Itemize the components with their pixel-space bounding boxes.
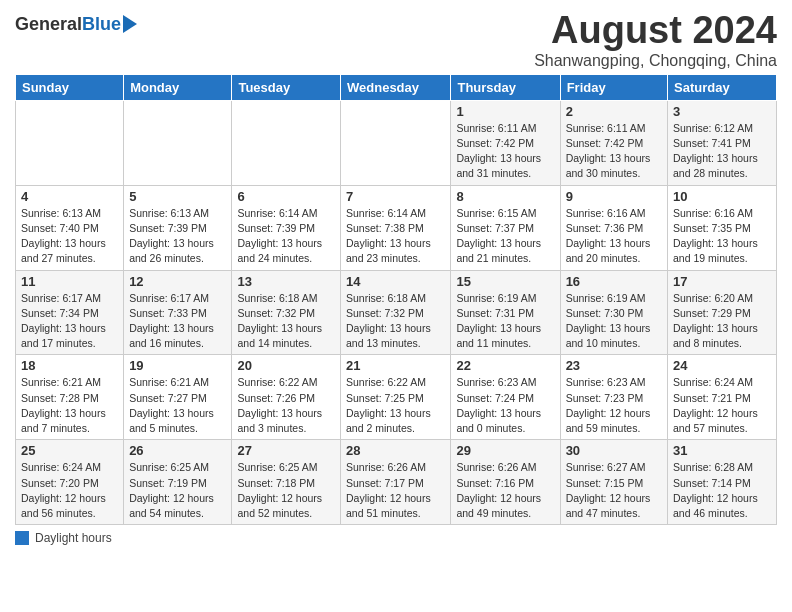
- day-info: Sunrise: 6:16 AM Sunset: 7:36 PM Dayligh…: [566, 206, 662, 267]
- day-info: Sunrise: 6:14 AM Sunset: 7:39 PM Dayligh…: [237, 206, 335, 267]
- calendar-cell: 3Sunrise: 6:12 AM Sunset: 7:41 PM Daylig…: [668, 100, 777, 185]
- header-thursday: Thursday: [451, 74, 560, 100]
- calendar-cell: 17Sunrise: 6:20 AM Sunset: 7:29 PM Dayli…: [668, 270, 777, 355]
- day-number: 10: [673, 189, 771, 204]
- logo-arrow-icon: [123, 15, 137, 33]
- day-number: 25: [21, 443, 118, 458]
- day-number: 2: [566, 104, 662, 119]
- day-info: Sunrise: 6:22 AM Sunset: 7:25 PM Dayligh…: [346, 375, 445, 436]
- day-number: 28: [346, 443, 445, 458]
- calendar-cell: 24Sunrise: 6:24 AM Sunset: 7:21 PM Dayli…: [668, 355, 777, 440]
- day-number: 30: [566, 443, 662, 458]
- day-number: 18: [21, 358, 118, 373]
- day-info: Sunrise: 6:18 AM Sunset: 7:32 PM Dayligh…: [237, 291, 335, 352]
- day-number: 6: [237, 189, 335, 204]
- calendar-cell: 30Sunrise: 6:27 AM Sunset: 7:15 PM Dayli…: [560, 440, 667, 525]
- day-number: 5: [129, 189, 226, 204]
- day-info: Sunrise: 6:20 AM Sunset: 7:29 PM Dayligh…: [673, 291, 771, 352]
- day-number: 12: [129, 274, 226, 289]
- calendar-cell: [124, 100, 232, 185]
- day-number: 4: [21, 189, 118, 204]
- calendar-cell: 22Sunrise: 6:23 AM Sunset: 7:24 PM Dayli…: [451, 355, 560, 440]
- day-info: Sunrise: 6:16 AM Sunset: 7:35 PM Dayligh…: [673, 206, 771, 267]
- day-number: 16: [566, 274, 662, 289]
- header-sunday: Sunday: [16, 74, 124, 100]
- day-info: Sunrise: 6:26 AM Sunset: 7:16 PM Dayligh…: [456, 460, 554, 521]
- week-row-3: 18Sunrise: 6:21 AM Sunset: 7:28 PM Dayli…: [16, 355, 777, 440]
- header-wednesday: Wednesday: [341, 74, 451, 100]
- day-info: Sunrise: 6:17 AM Sunset: 7:33 PM Dayligh…: [129, 291, 226, 352]
- calendar-header: SundayMondayTuesdayWednesdayThursdayFrid…: [16, 74, 777, 100]
- calendar-cell: 18Sunrise: 6:21 AM Sunset: 7:28 PM Dayli…: [16, 355, 124, 440]
- calendar-cell: 13Sunrise: 6:18 AM Sunset: 7:32 PM Dayli…: [232, 270, 341, 355]
- day-info: Sunrise: 6:22 AM Sunset: 7:26 PM Dayligh…: [237, 375, 335, 436]
- calendar-cell: 15Sunrise: 6:19 AM Sunset: 7:31 PM Dayli…: [451, 270, 560, 355]
- legend: Daylight hours: [15, 531, 777, 545]
- day-number: 17: [673, 274, 771, 289]
- day-info: Sunrise: 6:19 AM Sunset: 7:31 PM Dayligh…: [456, 291, 554, 352]
- day-number: 26: [129, 443, 226, 458]
- day-info: Sunrise: 6:28 AM Sunset: 7:14 PM Dayligh…: [673, 460, 771, 521]
- calendar-cell: 4Sunrise: 6:13 AM Sunset: 7:40 PM Daylig…: [16, 185, 124, 270]
- header-saturday: Saturday: [668, 74, 777, 100]
- day-number: 7: [346, 189, 445, 204]
- calendar-cell: 2Sunrise: 6:11 AM Sunset: 7:42 PM Daylig…: [560, 100, 667, 185]
- day-number: 27: [237, 443, 335, 458]
- day-number: 9: [566, 189, 662, 204]
- day-info: Sunrise: 6:13 AM Sunset: 7:40 PM Dayligh…: [21, 206, 118, 267]
- day-info: Sunrise: 6:24 AM Sunset: 7:21 PM Dayligh…: [673, 375, 771, 436]
- day-number: 22: [456, 358, 554, 373]
- day-info: Sunrise: 6:11 AM Sunset: 7:42 PM Dayligh…: [456, 121, 554, 182]
- day-number: 15: [456, 274, 554, 289]
- calendar-cell: 26Sunrise: 6:25 AM Sunset: 7:19 PM Dayli…: [124, 440, 232, 525]
- day-info: Sunrise: 6:18 AM Sunset: 7:32 PM Dayligh…: [346, 291, 445, 352]
- day-number: 19: [129, 358, 226, 373]
- logo-blue-text: Blue: [82, 14, 121, 35]
- calendar-cell: 9Sunrise: 6:16 AM Sunset: 7:36 PM Daylig…: [560, 185, 667, 270]
- location-subtitle: Shanwangping, Chongqing, China: [534, 52, 777, 70]
- calendar-cell: 5Sunrise: 6:13 AM Sunset: 7:39 PM Daylig…: [124, 185, 232, 270]
- calendar-cell: 31Sunrise: 6:28 AM Sunset: 7:14 PM Dayli…: [668, 440, 777, 525]
- calendar-cell: 28Sunrise: 6:26 AM Sunset: 7:17 PM Dayli…: [341, 440, 451, 525]
- calendar-cell: 27Sunrise: 6:25 AM Sunset: 7:18 PM Dayli…: [232, 440, 341, 525]
- calendar-cell: 11Sunrise: 6:17 AM Sunset: 7:34 PM Dayli…: [16, 270, 124, 355]
- day-number: 14: [346, 274, 445, 289]
- month-title: August 2024: [534, 10, 777, 52]
- calendar-cell: [232, 100, 341, 185]
- day-info: Sunrise: 6:23 AM Sunset: 7:24 PM Dayligh…: [456, 375, 554, 436]
- calendar-cell: 6Sunrise: 6:14 AM Sunset: 7:39 PM Daylig…: [232, 185, 341, 270]
- logo-general-text: General: [15, 14, 82, 35]
- calendar-cell: 16Sunrise: 6:19 AM Sunset: 7:30 PM Dayli…: [560, 270, 667, 355]
- calendar-cell: 23Sunrise: 6:23 AM Sunset: 7:23 PM Dayli…: [560, 355, 667, 440]
- week-row-2: 11Sunrise: 6:17 AM Sunset: 7:34 PM Dayli…: [16, 270, 777, 355]
- header-row: SundayMondayTuesdayWednesdayThursdayFrid…: [16, 74, 777, 100]
- header-tuesday: Tuesday: [232, 74, 341, 100]
- calendar-cell: 7Sunrise: 6:14 AM Sunset: 7:38 PM Daylig…: [341, 185, 451, 270]
- day-number: 1: [456, 104, 554, 119]
- header-friday: Friday: [560, 74, 667, 100]
- day-info: Sunrise: 6:13 AM Sunset: 7:39 PM Dayligh…: [129, 206, 226, 267]
- day-number: 24: [673, 358, 771, 373]
- day-number: 20: [237, 358, 335, 373]
- calendar-cell: 10Sunrise: 6:16 AM Sunset: 7:35 PM Dayli…: [668, 185, 777, 270]
- calendar-cell: 21Sunrise: 6:22 AM Sunset: 7:25 PM Dayli…: [341, 355, 451, 440]
- day-info: Sunrise: 6:11 AM Sunset: 7:42 PM Dayligh…: [566, 121, 662, 182]
- day-number: 31: [673, 443, 771, 458]
- day-number: 13: [237, 274, 335, 289]
- day-info: Sunrise: 6:24 AM Sunset: 7:20 PM Dayligh…: [21, 460, 118, 521]
- day-number: 11: [21, 274, 118, 289]
- logo: General Blue: [15, 14, 137, 35]
- calendar-cell: 20Sunrise: 6:22 AM Sunset: 7:26 PM Dayli…: [232, 355, 341, 440]
- calendar-cell: 1Sunrise: 6:11 AM Sunset: 7:42 PM Daylig…: [451, 100, 560, 185]
- calendar-cell: 25Sunrise: 6:24 AM Sunset: 7:20 PM Dayli…: [16, 440, 124, 525]
- day-info: Sunrise: 6:21 AM Sunset: 7:28 PM Dayligh…: [21, 375, 118, 436]
- day-info: Sunrise: 6:15 AM Sunset: 7:37 PM Dayligh…: [456, 206, 554, 267]
- day-info: Sunrise: 6:23 AM Sunset: 7:23 PM Dayligh…: [566, 375, 662, 436]
- calendar-body: 1Sunrise: 6:11 AM Sunset: 7:42 PM Daylig…: [16, 100, 777, 524]
- legend-label: Daylight hours: [35, 531, 112, 545]
- calendar-cell: 19Sunrise: 6:21 AM Sunset: 7:27 PM Dayli…: [124, 355, 232, 440]
- day-info: Sunrise: 6:14 AM Sunset: 7:38 PM Dayligh…: [346, 206, 445, 267]
- day-info: Sunrise: 6:17 AM Sunset: 7:34 PM Dayligh…: [21, 291, 118, 352]
- day-info: Sunrise: 6:25 AM Sunset: 7:18 PM Dayligh…: [237, 460, 335, 521]
- day-number: 8: [456, 189, 554, 204]
